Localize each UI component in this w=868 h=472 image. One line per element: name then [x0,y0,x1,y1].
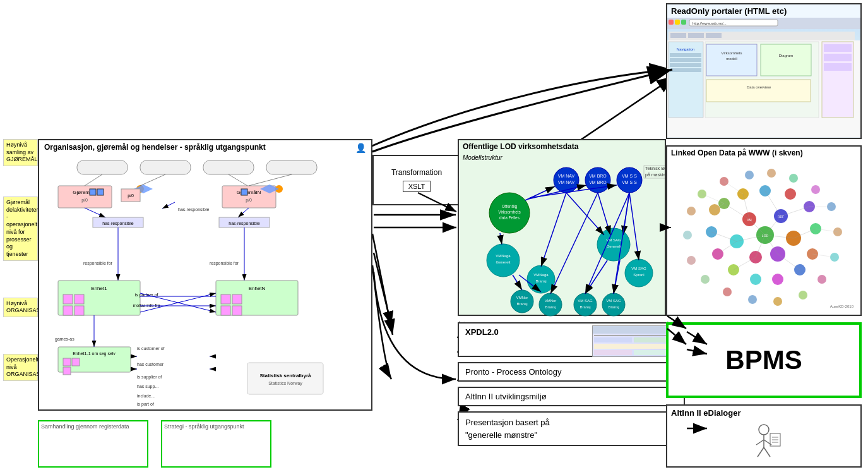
altinn-dialog-box: AltInn II eDialoger [666,404,862,468]
svg-text:Bransj: Bransj [535,279,546,283]
svg-rect-21 [140,160,191,174]
svg-point-204 [811,185,820,194]
readonly-panel-title: ReadOnly portaler (HTML etc) [667,4,860,18]
svg-text:VM SAG: VM SAG [606,299,621,303]
svg-rect-75 [247,363,323,394]
svg-text:på maskinelt: på maskinelt [645,172,665,178]
svg-line-87 [85,174,102,186]
svg-text:AuseKD-2010: AuseKD-2010 [830,305,854,308]
svg-text:Virksomhets: Virksomhets [498,210,521,214]
svg-text:Generelt: Generelt [496,260,510,264]
bottom-panels: Samhandling gjennom registerdata Strateg… [38,420,271,468]
svg-text:is part of: is part of [137,402,154,407]
svg-rect-60 [63,358,71,366]
svg-line-230 [778,254,800,270]
svg-point-202 [767,169,776,178]
svg-rect-48 [221,294,230,304]
svg-rect-86 [241,189,247,195]
svg-rect-158 [706,33,722,38]
svg-point-214 [687,256,696,265]
svg-rect-62 [63,367,71,375]
svg-text:http://www.ssb.no/...: http://www.ssb.no/... [693,21,727,25]
svg-text:responsible for: responsible for [83,261,113,266]
svg-point-121 [539,293,562,316]
svg-line-89 [229,174,247,186]
svg-line-138 [550,193,598,294]
readonly-screenshot: http://www.ssb.no/... Navigation [667,18,860,137]
svg-text:Bransj: Bransj [580,305,590,309]
svg-text:VMNaga: VMNaga [533,273,549,277]
svg-rect-176 [824,54,852,61]
svg-text:p/0: p/0 [246,198,252,203]
org-panel-icon: 👤 [355,143,366,153]
svg-text:include...: include... [137,394,155,398]
svg-text:VM BRO: VM BRO [589,180,607,185]
svg-point-209 [799,291,807,300]
svg-text:RDF: RDF [778,215,784,219]
svg-rect-51 [232,306,242,315]
lod-www-panel: Linked Open Data på WWW (i skven) [666,145,862,316]
label-hoyniva-org: Høynivå ORGANISASJON [3,298,38,317]
svg-rect-164 [670,63,701,67]
svg-line-141 [629,193,639,260]
bpms-label: BPMS [725,345,802,375]
svg-text:Data overview: Data overview [747,85,771,89]
svg-point-211 [748,295,757,304]
svg-text:VM SAG: VM SAG [631,267,646,270]
altinn-dialog-image [667,420,860,461]
svg-point-216 [687,207,696,215]
svg-text:VM BRO: VM BRO [589,174,607,178]
svg-rect-23 [266,160,317,174]
svg-text:is customer of: is customer of [137,346,165,351]
svg-line-90 [249,174,292,186]
svg-line-144 [513,275,522,290]
svg-point-213 [701,275,710,284]
svg-text:p/0: p/0 [81,198,88,203]
svg-rect-244 [594,337,632,342]
svg-line-137 [541,193,566,267]
svg-line-5 [372,234,393,335]
lod-www-title: Linked Open Data på WWW (i skven) [667,147,860,159]
svg-line-35 [238,208,249,217]
svg-rect-157 [688,33,704,38]
svg-text:Offentlig: Offentlig [502,204,517,209]
svg-text:VMNor: VMNor [516,296,528,300]
svg-rect-20 [77,160,128,174]
svg-point-124 [574,293,597,316]
svg-point-249 [759,425,769,435]
svg-text:has-responsible: has-responsible [102,221,134,226]
svg-point-188 [785,188,796,200]
org-diagram: Gjøremål1 p/0 GjøremålN p/0 has-responsi… [39,154,371,408]
readonly-panel: ReadOnly portaler (HTML etc) http://www.… [666,3,862,139]
modellstruktur-text: Modellstruktur [459,153,665,162]
transform-title: Transformation [391,168,442,177]
bottom-panel-strategi: Strategi - språklig utgangspunkt [161,420,271,468]
svg-point-194 [750,274,761,285]
bottom-panel-samhandling-title: Samhandling gjennom registerdata [41,423,145,430]
svg-rect-49 [232,294,242,304]
svg-rect-165 [670,68,701,72]
pronto-box: Pronto - Process Ontology [458,362,685,382]
svg-line-231 [734,257,756,270]
svg-point-193 [772,274,783,285]
svg-line-92 [162,202,175,209]
bpms-box: BPMS [666,322,862,398]
svg-text:VM SAG: VM SAG [578,299,593,303]
bottom-panel-strategi-title: Strategi - språklig utgangspunkt [164,423,268,430]
svg-rect-84 [90,189,96,195]
transform-panel: Transformation XSLT [372,155,461,205]
svg-rect-170 [761,44,811,76]
lod-panel-title: Offentlige LOD virksomhetsdata [459,140,665,153]
svg-point-201 [745,171,754,179]
svg-line-143 [614,260,620,294]
label-hoyniva-gjøremål: Høynivå samling av GJØREMÅL [3,139,38,166]
svg-text:has-responsible: has-responsible [178,207,210,212]
bottom-panel-samhandling: Samhandling gjennom registerdata [38,420,148,468]
altinn-dialog-title: AltInn II eDialoger [667,406,860,420]
svg-text:LOD: LOD [762,234,769,238]
svg-line-253 [758,447,764,457]
xslt-box: XSLT [403,181,431,192]
svg-text:Bransj: Bransj [608,305,619,309]
svg-text:responsible for: responsible for [210,261,239,266]
svg-rect-42 [63,294,73,304]
